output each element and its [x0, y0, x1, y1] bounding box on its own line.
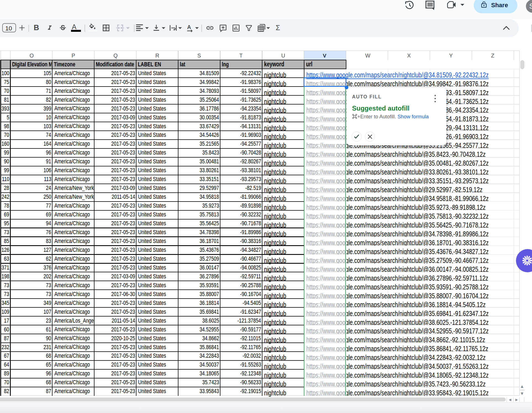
svg-text:A: A — [187, 24, 191, 30]
